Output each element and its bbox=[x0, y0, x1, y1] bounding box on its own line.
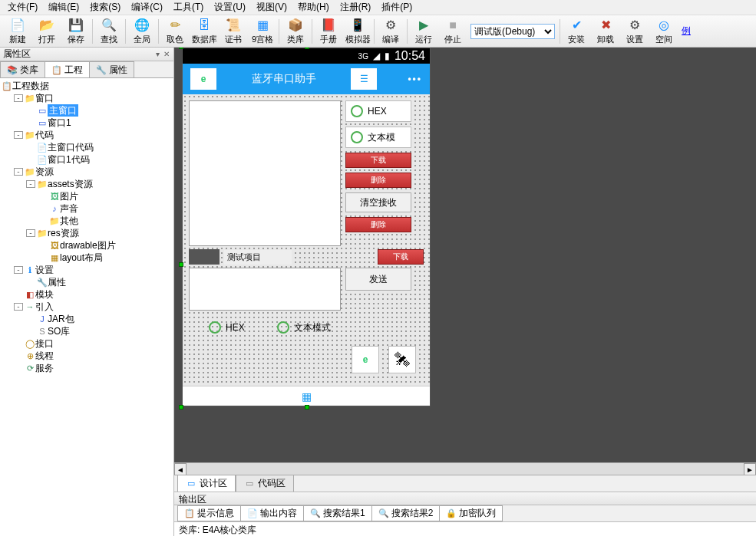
menu-item[interactable]: 插件(P) bbox=[377, 0, 417, 15]
tree-node[interactable]: ▦layout布局 bbox=[2, 252, 172, 264]
tree-node[interactable]: SSO库 bbox=[2, 325, 172, 337]
toolbar-类库-button[interactable]: 📦类库 bbox=[281, 16, 310, 47]
expand-icon[interactable]: - bbox=[26, 229, 35, 237]
tree-node[interactable]: 🖼图片 bbox=[2, 190, 172, 202]
expand-icon[interactable]: - bbox=[14, 266, 23, 274]
toolbar-空间-button[interactable]: ◎空间 bbox=[649, 16, 678, 47]
tree-node[interactable]: ◯接口 bbox=[2, 337, 172, 350]
design-area[interactable]: 3G ◢ ▮ 10:54 e 蓝牙串口助手 ☰ ••• bbox=[174, 48, 756, 462]
tree-node[interactable]: -📁窗口 bbox=[2, 92, 172, 104]
selection-handle[interactable] bbox=[179, 48, 183, 49]
menu-item[interactable]: 编辑(E) bbox=[44, 0, 84, 15]
selection-handle[interactable] bbox=[305, 405, 309, 409]
menu-item[interactable]: 视图(V) bbox=[252, 0, 292, 15]
scroll-right-icon[interactable]: ► bbox=[744, 463, 756, 475]
toolbar-新建-button[interactable]: 📄新建 bbox=[3, 16, 32, 47]
menu-item[interactable]: 设置(U) bbox=[210, 0, 250, 15]
output-tab[interactable]: 🔒加密队列 bbox=[439, 505, 503, 521]
logo-icon[interactable]: e bbox=[352, 346, 379, 373]
toolbar-运行-button[interactable]: ▶运行 bbox=[409, 16, 438, 47]
build-mode-combo[interactable]: 调试版(Debug) bbox=[470, 24, 555, 39]
toolbar-模拟器-button[interactable]: 📱模拟器 bbox=[343, 16, 372, 47]
send-button[interactable]: 发送 bbox=[345, 268, 411, 291]
horizontal-scrollbar[interactable]: ◄ ► bbox=[174, 462, 756, 475]
menu-item[interactable]: 工具(T) bbox=[169, 0, 208, 15]
delete-button[interactable]: 删除 bbox=[345, 173, 411, 188]
tree-root[interactable]: 📋工程数据 bbox=[2, 80, 172, 92]
tree-node[interactable]: JJAR包 bbox=[2, 313, 172, 325]
menu-item[interactable]: 文件(F) bbox=[3, 0, 42, 15]
tree-node[interactable]: ◧模块 bbox=[2, 288, 172, 301]
toolbar-设置-button[interactable]: ⚙设置 bbox=[620, 16, 649, 47]
toolbar-取色-button[interactable]: ✏取色 bbox=[160, 16, 190, 47]
toolbar-9宫格-button[interactable]: ▦9宫格 bbox=[248, 16, 277, 47]
example-link[interactable]: 例 bbox=[678, 17, 694, 45]
header-list-icon[interactable]: ☰ bbox=[351, 68, 377, 90]
tree-node[interactable]: ♪声音 bbox=[2, 202, 172, 215]
textmode-radio-2[interactable]: 文本模式 bbox=[272, 317, 335, 338]
header-logo-icon[interactable]: e bbox=[190, 68, 216, 90]
header-more-icon[interactable]: ••• bbox=[408, 74, 422, 84]
editor-tab[interactable]: ▭设计区 bbox=[177, 475, 236, 492]
menu-item[interactable]: 帮助(H) bbox=[293, 0, 334, 15]
phone-navbar[interactable]: ▦ bbox=[183, 386, 430, 406]
tree-node[interactable]: -📁代码 bbox=[2, 129, 172, 141]
expand-icon[interactable]: - bbox=[14, 131, 23, 139]
tree-node[interactable]: -📁assets资源 bbox=[2, 178, 172, 190]
toolbar-打开-button[interactable]: 📂打开 bbox=[32, 16, 61, 47]
toolbar-手册-button[interactable]: 📕手册 bbox=[314, 16, 343, 47]
tree-node[interactable]: ▭主窗口 bbox=[2, 104, 172, 117]
sidebar-tab-属性[interactable]: 🔧属性 bbox=[89, 61, 134, 77]
tree-node[interactable]: ⊕线程 bbox=[2, 350, 172, 362]
hex-radio[interactable]: HEX bbox=[345, 100, 411, 122]
output-tab[interactable]: 📋提示信息 bbox=[177, 505, 241, 521]
toolbar-编译-button[interactable]: ⚙编译 bbox=[376, 16, 405, 47]
tree-node[interactable]: -→引入 bbox=[2, 301, 172, 313]
editor-tab[interactable]: ▭代码区 bbox=[236, 475, 294, 492]
textmode-radio[interactable]: 文本模 bbox=[345, 127, 411, 148]
receive-textbox[interactable] bbox=[189, 100, 341, 246]
menu-item[interactable]: 编译(C) bbox=[127, 0, 167, 15]
menu-item[interactable]: 注册(R) bbox=[335, 0, 376, 15]
output-tab[interactable]: 📄输出内容 bbox=[240, 505, 304, 521]
toolbar-保存-button[interactable]: 💾保存 bbox=[61, 16, 91, 47]
selection-handle[interactable] bbox=[179, 262, 183, 267]
toolbar-查找-button[interactable]: 🔍查找 bbox=[94, 16, 124, 47]
tree-node[interactable]: ⟳服务 bbox=[2, 362, 172, 374]
toolbar-证书-button[interactable]: 📜证书 bbox=[219, 16, 248, 47]
selection-handle[interactable] bbox=[305, 48, 309, 49]
tree-node[interactable]: 🔧属性 bbox=[2, 276, 172, 288]
scroll-left-icon[interactable]: ◄ bbox=[174, 463, 187, 475]
selection-handle[interactable] bbox=[179, 405, 183, 409]
project-tree[interactable]: 📋工程数据-📁窗口▭主窗口▭窗口1-📁代码📄主窗口代码📄窗口1代码-📁资源-📁a… bbox=[0, 78, 173, 536]
expand-icon[interactable]: - bbox=[14, 303, 23, 311]
toolbar-数据库-button[interactable]: 🗄数据库 bbox=[190, 16, 219, 47]
toolbar-停止-button[interactable]: ■停止 bbox=[438, 16, 467, 47]
sidebar-tab-类库[interactable]: 📚类库 bbox=[0, 61, 45, 77]
clear-button[interactable]: 清空接收 bbox=[345, 192, 411, 212]
toolbar-全局-button[interactable]: 🌐全局 bbox=[127, 16, 157, 47]
hex-radio-2[interactable]: HEX bbox=[204, 317, 249, 338]
tree-node[interactable]: 🖼drawable图片 bbox=[2, 239, 172, 252]
tree-node[interactable]: ▭窗口1 bbox=[2, 117, 172, 129]
expand-icon[interactable]: - bbox=[26, 180, 35, 188]
expand-icon[interactable]: - bbox=[14, 94, 23, 102]
tree-node[interactable]: 📄窗口1代码 bbox=[2, 153, 172, 166]
output-tab[interactable]: 🔍搜索结果2 bbox=[371, 505, 441, 521]
output-tab[interactable]: 🔍搜索结果1 bbox=[303, 505, 372, 521]
satellite-icon[interactable]: 🛰 bbox=[388, 346, 416, 373]
tree-node[interactable]: -📁资源 bbox=[2, 166, 172, 178]
sidebar-tab-工程[interactable]: 📋工程 bbox=[45, 61, 90, 77]
toolbar-卸载-button[interactable]: ✖卸载 bbox=[591, 16, 620, 47]
tree-node[interactable]: 📄主窗口代码 bbox=[2, 141, 172, 153]
tree-node[interactable]: 📁其他 bbox=[2, 215, 172, 227]
tree-node[interactable]: -📁res资源 bbox=[2, 227, 172, 239]
menu-item[interactable]: 搜索(S) bbox=[85, 0, 125, 15]
sidebar-controls[interactable]: ▾ ✕ bbox=[156, 50, 170, 58]
download-button-2[interactable]: 下载 bbox=[378, 249, 424, 265]
download-button[interactable]: 下载 bbox=[345, 153, 411, 168]
delete-button-2[interactable]: 删除 bbox=[345, 217, 411, 232]
tree-node[interactable]: -ℹ设置 bbox=[2, 264, 172, 276]
expand-icon[interactable]: - bbox=[14, 168, 23, 176]
send-textbox[interactable] bbox=[189, 268, 341, 311]
